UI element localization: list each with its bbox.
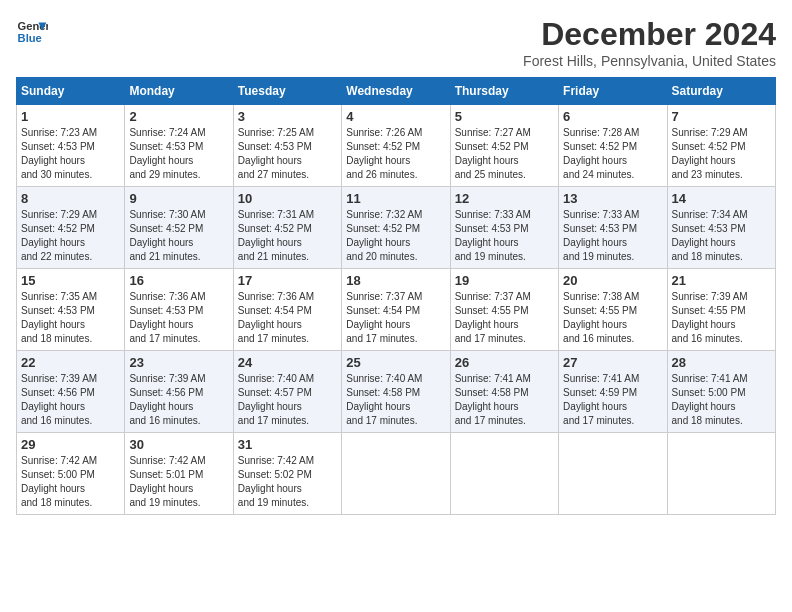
week-row-2: 8Sunrise: 7:29 AMSunset: 4:52 PMDaylight… [17, 187, 776, 269]
day-info: Sunrise: 7:27 AMSunset: 4:52 PMDaylight … [455, 126, 554, 182]
month-title: December 2024 [523, 16, 776, 53]
day-number: 7 [672, 109, 771, 124]
calendar-cell: 23Sunrise: 7:39 AMSunset: 4:56 PMDayligh… [125, 351, 233, 433]
title-area: December 2024 Forest Hills, Pennsylvania… [523, 16, 776, 69]
day-number: 4 [346, 109, 445, 124]
day-header-thursday: Thursday [450, 78, 558, 105]
day-number: 23 [129, 355, 228, 370]
calendar-cell: 7Sunrise: 7:29 AMSunset: 4:52 PMDaylight… [667, 105, 775, 187]
calendar-cell: 8Sunrise: 7:29 AMSunset: 4:52 PMDaylight… [17, 187, 125, 269]
day-number: 5 [455, 109, 554, 124]
calendar-cell: 26Sunrise: 7:41 AMSunset: 4:58 PMDayligh… [450, 351, 558, 433]
day-info: Sunrise: 7:40 AMSunset: 4:58 PMDaylight … [346, 372, 445, 428]
day-info: Sunrise: 7:37 AMSunset: 4:55 PMDaylight … [455, 290, 554, 346]
calendar-cell: 24Sunrise: 7:40 AMSunset: 4:57 PMDayligh… [233, 351, 341, 433]
calendar-table: SundayMondayTuesdayWednesdayThursdayFrid… [16, 77, 776, 515]
day-number: 26 [455, 355, 554, 370]
calendar-cell: 17Sunrise: 7:36 AMSunset: 4:54 PMDayligh… [233, 269, 341, 351]
calendar-cell: 29Sunrise: 7:42 AMSunset: 5:00 PMDayligh… [17, 433, 125, 515]
day-header-monday: Monday [125, 78, 233, 105]
day-info: Sunrise: 7:36 AMSunset: 4:54 PMDaylight … [238, 290, 337, 346]
week-row-5: 29Sunrise: 7:42 AMSunset: 5:00 PMDayligh… [17, 433, 776, 515]
calendar-cell: 14Sunrise: 7:34 AMSunset: 4:53 PMDayligh… [667, 187, 775, 269]
day-info: Sunrise: 7:39 AMSunset: 4:56 PMDaylight … [129, 372, 228, 428]
day-number: 15 [21, 273, 120, 288]
day-info: Sunrise: 7:33 AMSunset: 4:53 PMDaylight … [455, 208, 554, 264]
day-info: Sunrise: 7:29 AMSunset: 4:52 PMDaylight … [672, 126, 771, 182]
day-info: Sunrise: 7:42 AMSunset: 5:01 PMDaylight … [129, 454, 228, 510]
day-info: Sunrise: 7:39 AMSunset: 4:56 PMDaylight … [21, 372, 120, 428]
day-number: 25 [346, 355, 445, 370]
day-header-wednesday: Wednesday [342, 78, 450, 105]
day-info: Sunrise: 7:24 AMSunset: 4:53 PMDaylight … [129, 126, 228, 182]
calendar-cell [450, 433, 558, 515]
calendar-cell: 28Sunrise: 7:41 AMSunset: 5:00 PMDayligh… [667, 351, 775, 433]
day-number: 9 [129, 191, 228, 206]
day-info: Sunrise: 7:30 AMSunset: 4:52 PMDaylight … [129, 208, 228, 264]
day-number: 2 [129, 109, 228, 124]
day-number: 27 [563, 355, 662, 370]
day-info: Sunrise: 7:32 AMSunset: 4:52 PMDaylight … [346, 208, 445, 264]
day-number: 10 [238, 191, 337, 206]
calendar-cell: 25Sunrise: 7:40 AMSunset: 4:58 PMDayligh… [342, 351, 450, 433]
calendar-cell: 18Sunrise: 7:37 AMSunset: 4:54 PMDayligh… [342, 269, 450, 351]
day-info: Sunrise: 7:37 AMSunset: 4:54 PMDaylight … [346, 290, 445, 346]
header-row: SundayMondayTuesdayWednesdayThursdayFrid… [17, 78, 776, 105]
calendar-cell: 27Sunrise: 7:41 AMSunset: 4:59 PMDayligh… [559, 351, 667, 433]
day-number: 8 [21, 191, 120, 206]
calendar-cell: 6Sunrise: 7:28 AMSunset: 4:52 PMDaylight… [559, 105, 667, 187]
day-info: Sunrise: 7:31 AMSunset: 4:52 PMDaylight … [238, 208, 337, 264]
week-row-3: 15Sunrise: 7:35 AMSunset: 4:53 PMDayligh… [17, 269, 776, 351]
calendar-cell: 19Sunrise: 7:37 AMSunset: 4:55 PMDayligh… [450, 269, 558, 351]
calendar-cell: 9Sunrise: 7:30 AMSunset: 4:52 PMDaylight… [125, 187, 233, 269]
svg-text:Blue: Blue [18, 32, 42, 44]
day-number: 31 [238, 437, 337, 452]
day-info: Sunrise: 7:23 AMSunset: 4:53 PMDaylight … [21, 126, 120, 182]
calendar-cell: 1Sunrise: 7:23 AMSunset: 4:53 PMDaylight… [17, 105, 125, 187]
day-info: Sunrise: 7:36 AMSunset: 4:53 PMDaylight … [129, 290, 228, 346]
day-number: 6 [563, 109, 662, 124]
day-number: 11 [346, 191, 445, 206]
calendar-cell: 12Sunrise: 7:33 AMSunset: 4:53 PMDayligh… [450, 187, 558, 269]
calendar-cell: 3Sunrise: 7:25 AMSunset: 4:53 PMDaylight… [233, 105, 341, 187]
calendar-cell: 2Sunrise: 7:24 AMSunset: 4:53 PMDaylight… [125, 105, 233, 187]
day-header-sunday: Sunday [17, 78, 125, 105]
day-number: 29 [21, 437, 120, 452]
calendar-cell: 31Sunrise: 7:42 AMSunset: 5:02 PMDayligh… [233, 433, 341, 515]
day-info: Sunrise: 7:26 AMSunset: 4:52 PMDaylight … [346, 126, 445, 182]
day-number: 1 [21, 109, 120, 124]
day-info: Sunrise: 7:39 AMSunset: 4:55 PMDaylight … [672, 290, 771, 346]
day-number: 18 [346, 273, 445, 288]
day-number: 30 [129, 437, 228, 452]
day-info: Sunrise: 7:29 AMSunset: 4:52 PMDaylight … [21, 208, 120, 264]
logo-icon: General Blue [16, 16, 48, 48]
day-info: Sunrise: 7:25 AMSunset: 4:53 PMDaylight … [238, 126, 337, 182]
calendar-cell [667, 433, 775, 515]
day-header-tuesday: Tuesday [233, 78, 341, 105]
week-row-1: 1Sunrise: 7:23 AMSunset: 4:53 PMDaylight… [17, 105, 776, 187]
day-info: Sunrise: 7:40 AMSunset: 4:57 PMDaylight … [238, 372, 337, 428]
day-number: 19 [455, 273, 554, 288]
calendar-cell [559, 433, 667, 515]
day-number: 16 [129, 273, 228, 288]
day-info: Sunrise: 7:41 AMSunset: 4:59 PMDaylight … [563, 372, 662, 428]
calendar-cell: 20Sunrise: 7:38 AMSunset: 4:55 PMDayligh… [559, 269, 667, 351]
day-number: 12 [455, 191, 554, 206]
location-title: Forest Hills, Pennsylvania, United State… [523, 53, 776, 69]
calendar-cell: 21Sunrise: 7:39 AMSunset: 4:55 PMDayligh… [667, 269, 775, 351]
day-number: 13 [563, 191, 662, 206]
calendar-cell: 15Sunrise: 7:35 AMSunset: 4:53 PMDayligh… [17, 269, 125, 351]
day-number: 28 [672, 355, 771, 370]
day-info: Sunrise: 7:41 AMSunset: 4:58 PMDaylight … [455, 372, 554, 428]
day-number: 21 [672, 273, 771, 288]
calendar-cell: 5Sunrise: 7:27 AMSunset: 4:52 PMDaylight… [450, 105, 558, 187]
day-header-friday: Friday [559, 78, 667, 105]
day-info: Sunrise: 7:41 AMSunset: 5:00 PMDaylight … [672, 372, 771, 428]
week-row-4: 22Sunrise: 7:39 AMSunset: 4:56 PMDayligh… [17, 351, 776, 433]
calendar-cell: 11Sunrise: 7:32 AMSunset: 4:52 PMDayligh… [342, 187, 450, 269]
calendar-cell: 4Sunrise: 7:26 AMSunset: 4:52 PMDaylight… [342, 105, 450, 187]
day-info: Sunrise: 7:42 AMSunset: 5:00 PMDaylight … [21, 454, 120, 510]
calendar-cell: 16Sunrise: 7:36 AMSunset: 4:53 PMDayligh… [125, 269, 233, 351]
calendar-cell: 10Sunrise: 7:31 AMSunset: 4:52 PMDayligh… [233, 187, 341, 269]
day-number: 17 [238, 273, 337, 288]
